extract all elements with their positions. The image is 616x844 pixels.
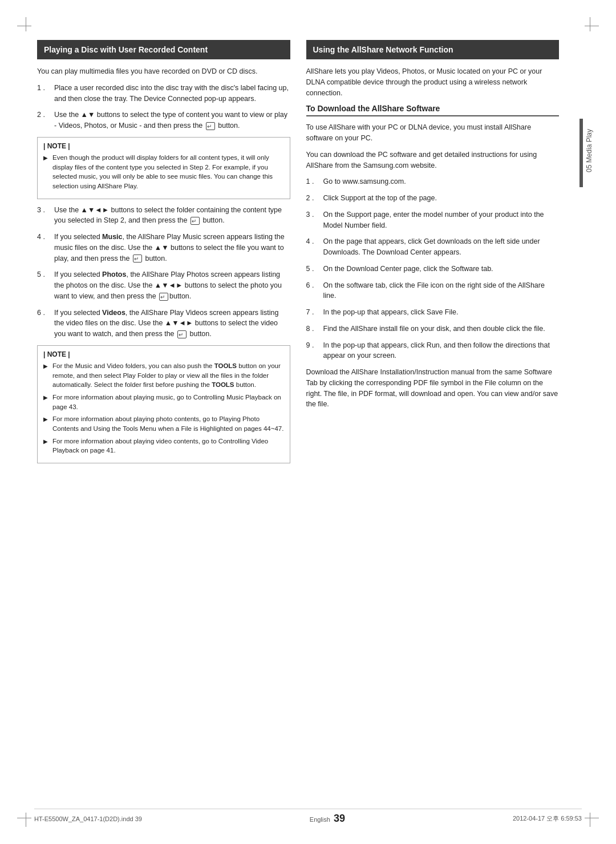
note-item-5: ▶ For more information about playing vid… bbox=[43, 437, 284, 455]
corner-decoration bbox=[590, 17, 590, 31]
side-label: 05 Media Play bbox=[579, 114, 593, 187]
enter-icon bbox=[206, 122, 215, 130]
corner-decoration bbox=[585, 26, 599, 26]
enter-icon-4 bbox=[159, 293, 168, 301]
step-4: 4 . If you selected Music, the AllShare … bbox=[37, 232, 290, 264]
sub-intro-1: To use AllShare with your PC or DLNA dev… bbox=[306, 122, 560, 144]
enter-icon-2 bbox=[191, 217, 200, 225]
right-intro: AllShare lets you play Videos, Photos, o… bbox=[306, 66, 560, 98]
page-number: English 39 bbox=[310, 813, 345, 825]
right-step-8: 8 . Find the AllShare install file on yo… bbox=[306, 324, 560, 334]
right-step-9: 9 . In the pop-up that appears, click Ru… bbox=[306, 340, 560, 362]
note-item-3: ▶ For more information about playing mus… bbox=[43, 393, 284, 411]
subheader: To Download the AllShare Software bbox=[306, 104, 560, 116]
corner-decoration bbox=[590, 813, 590, 827]
right-step-6: 6 . On the software tab, click the File … bbox=[306, 280, 560, 302]
right-column: Using the AllShare Network Function AllS… bbox=[306, 40, 560, 798]
note-box-2: | NOTE | ▶ For the Music and Video folde… bbox=[37, 345, 290, 463]
step-1: 1 . Place a user recorded disc into the … bbox=[37, 83, 290, 104]
note-item-1: ▶ Even though the product will display f… bbox=[43, 153, 284, 191]
corner-decoration bbox=[26, 813, 26, 827]
right-step-2: 2 . Click Support at the top of the page… bbox=[306, 193, 560, 204]
corner-decoration bbox=[26, 17, 26, 31]
enter-icon-3 bbox=[133, 255, 142, 263]
left-intro: You can play multimedia files you have r… bbox=[37, 66, 290, 77]
step-6: 6 . If you selected Videos, the AllShare… bbox=[37, 308, 290, 340]
note-item-4: ▶ For more information about playing pho… bbox=[43, 414, 284, 433]
page-footer: HT-E5500W_ZA_0417-1(D2D).indd 39 English… bbox=[34, 809, 582, 825]
right-step-4: 4 . On the page that appears, click Get … bbox=[306, 236, 560, 258]
corner-decoration bbox=[17, 26, 31, 26]
right-section-header: Using the AllShare Network Function bbox=[306, 40, 560, 59]
right-step-3: 3 . On the Support page, enter the model… bbox=[306, 209, 560, 231]
left-column: Playing a Disc with User Recorded Conten… bbox=[37, 40, 290, 798]
right-step-5: 5 . On the Download Center page, click t… bbox=[306, 264, 560, 274]
left-section-header: Playing a Disc with User Recorded Conten… bbox=[37, 40, 290, 59]
right-step-1: 1 . Go to www.samsung.com. bbox=[306, 176, 560, 187]
footer-right: 2012-04-17 오후 6:59:53 bbox=[513, 814, 582, 823]
corner-decoration bbox=[585, 818, 599, 818]
right-step-7: 7 . In the pop-up that appears, click Sa… bbox=[306, 307, 560, 318]
footer-left: HT-E5500W_ZA_0417-1(D2D).indd 39 bbox=[34, 815, 142, 822]
step-3: 3 . Use the ▲▼◄► buttons to select the f… bbox=[37, 205, 290, 227]
corner-decoration bbox=[17, 818, 31, 818]
enter-icon-5 bbox=[177, 330, 187, 338]
note-box-1: | NOTE | ▶ Even though the product will … bbox=[37, 137, 290, 199]
step-2: 2 . Use the ▲▼ buttons to select the typ… bbox=[37, 110, 290, 131]
right-closing: Download the AllShare Installation/Instr… bbox=[306, 367, 560, 410]
note-item-2: ▶ For the Music and Video folders, you c… bbox=[43, 361, 284, 390]
sub-intro-2: You can download the PC software and get… bbox=[306, 150, 560, 171]
step-5: 5 . If you selected Photos, the AllShare… bbox=[37, 269, 290, 301]
